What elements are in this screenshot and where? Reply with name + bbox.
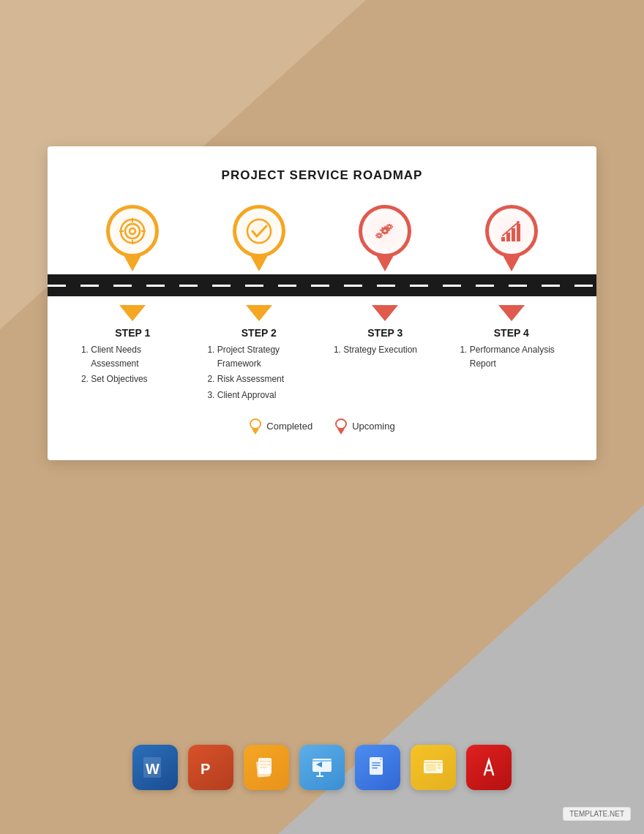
step-items-4: Performance Analysis Report xyxy=(457,343,566,371)
pin-icon-2 xyxy=(230,205,288,274)
card-title: PROJECT SERVICE ROADMAP xyxy=(70,168,574,183)
legend-completed: Completed xyxy=(249,418,312,435)
svg-rect-35 xyxy=(426,764,436,771)
word-icon: W xyxy=(142,754,168,781)
pin-pointer-4 xyxy=(503,255,520,271)
step-pin-4 xyxy=(453,205,570,274)
target-icon xyxy=(118,217,147,246)
list-item: Performance Analysis Report xyxy=(470,343,566,371)
svg-rect-27 xyxy=(316,775,323,777)
pin-icon-1 xyxy=(103,205,162,274)
watermark: TEMPLATE.NET xyxy=(563,807,631,821)
legend-pin-completed xyxy=(249,418,262,435)
step-content-1: STEP 1 Client Needs Assessment Set Objec… xyxy=(74,327,191,404)
road-dashes xyxy=(48,285,596,287)
pages-app-icon[interactable] xyxy=(244,745,289,790)
list-item: Risk Assessment xyxy=(217,372,314,386)
legend-pin-point-completed xyxy=(252,429,259,435)
legend-pin-circle-completed xyxy=(250,418,261,429)
svg-rect-32 xyxy=(372,767,378,769)
arrows-row xyxy=(70,305,574,321)
legend-pin-circle-upcoming xyxy=(335,418,347,429)
pin-pointer-1 xyxy=(124,255,141,271)
pin-circle-2 xyxy=(233,205,285,258)
list-item: Set Objectives xyxy=(91,372,187,386)
step-number-2: STEP 2 xyxy=(204,327,314,339)
arrow-3 xyxy=(372,305,398,321)
svg-point-7 xyxy=(247,219,271,243)
pin-circle-4 xyxy=(485,205,538,258)
svg-point-1 xyxy=(125,224,140,238)
svg-rect-36 xyxy=(438,764,441,766)
pins-row xyxy=(70,205,574,274)
step-content-3: STEP 3 Strategy Execution xyxy=(326,327,443,404)
step-number-1: STEP 1 xyxy=(78,327,187,339)
keynote-icon xyxy=(309,754,335,781)
step-items-3: Strategy Execution xyxy=(330,343,440,357)
main-card: PROJECT SERVICE ROADMAP xyxy=(48,146,596,460)
svg-point-9 xyxy=(388,225,391,228)
google-slides-app-icon[interactable] xyxy=(411,745,456,790)
step-number-3: STEP 3 xyxy=(330,327,440,339)
legend-pin-upcoming xyxy=(334,418,348,435)
step-number-4: STEP 4 xyxy=(457,327,566,339)
step-pin-2 xyxy=(201,205,318,274)
legend: Completed Upcoming xyxy=(70,418,574,435)
powerpoint-app-icon[interactable]: P xyxy=(188,745,233,790)
svg-rect-30 xyxy=(372,762,381,764)
svg-rect-11 xyxy=(501,237,505,241)
step-content-2: STEP 2 Project Strategy Framework Risk A… xyxy=(201,327,318,404)
arrow-1 xyxy=(119,305,146,321)
step-pin-3 xyxy=(326,205,443,274)
legend-pin-point-upcoming xyxy=(337,429,345,435)
step-pin-1 xyxy=(74,205,191,274)
word-app-icon[interactable]: W xyxy=(132,745,178,790)
list-item: Client Needs Assessment xyxy=(91,343,187,371)
acrobat-app-icon[interactable] xyxy=(466,745,512,790)
gears-icon xyxy=(370,217,400,246)
pin-circle-1 xyxy=(106,205,159,258)
pin-icon-3 xyxy=(356,205,414,274)
list-item: Strategy Execution xyxy=(343,343,440,357)
svg-point-10 xyxy=(378,234,381,237)
list-item: Project Strategy Framework xyxy=(217,343,314,371)
google-slides-icon xyxy=(420,754,446,781)
svg-point-15 xyxy=(517,221,520,224)
svg-text:W: W xyxy=(146,761,160,777)
svg-point-2 xyxy=(130,228,135,234)
checkmark-icon xyxy=(244,217,274,246)
svg-rect-12 xyxy=(506,233,510,241)
pin-pointer-2 xyxy=(250,255,268,271)
app-toolbar: W P xyxy=(0,745,644,790)
svg-rect-34 xyxy=(424,762,443,763)
google-docs-icon xyxy=(364,754,391,781)
road xyxy=(48,274,596,296)
svg-rect-31 xyxy=(372,765,381,767)
step-items-1: Client Needs Assessment Set Objectives xyxy=(78,343,187,387)
legend-upcoming: Upcoming xyxy=(334,418,395,435)
google-docs-app-icon[interactable] xyxy=(355,745,400,790)
step-items-2: Project Strategy Framework Risk Assessme… xyxy=(204,343,314,402)
keynote-app-icon[interactable] xyxy=(299,745,345,790)
arrow-4 xyxy=(498,305,525,321)
legend-completed-label: Completed xyxy=(266,421,312,432)
svg-rect-23 xyxy=(256,760,271,777)
arrow-2 xyxy=(246,305,272,321)
pages-icon xyxy=(253,754,280,781)
pin-pointer-3 xyxy=(376,255,394,271)
svg-rect-13 xyxy=(512,228,515,241)
step-content-4: STEP 4 Performance Analysis Report xyxy=(453,327,570,404)
svg-rect-25 xyxy=(312,760,332,762)
svg-text:P: P xyxy=(201,761,210,777)
pin-circle-3 xyxy=(359,205,411,258)
pin-icon-4 xyxy=(482,205,541,274)
acrobat-icon xyxy=(476,754,502,781)
legend-upcoming-label: Upcoming xyxy=(352,421,395,432)
list-item: Client Approval xyxy=(217,388,314,402)
chart-icon xyxy=(497,217,526,246)
svg-rect-37 xyxy=(438,767,441,769)
powerpoint-icon: P xyxy=(198,754,224,781)
svg-rect-14 xyxy=(517,224,520,241)
